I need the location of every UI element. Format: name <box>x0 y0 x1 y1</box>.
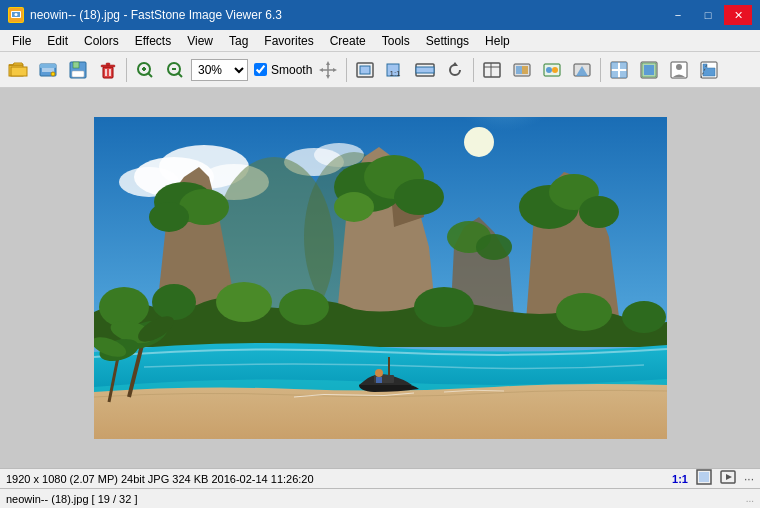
svg-point-84 <box>152 284 196 320</box>
tool2-button[interactable] <box>508 56 536 84</box>
svg-rect-16 <box>106 63 110 65</box>
tool8-button[interactable] <box>695 56 723 84</box>
open-disk-button[interactable] <box>34 56 62 84</box>
tool5-button[interactable] <box>605 56 633 84</box>
svg-rect-50 <box>620 62 627 69</box>
svg-rect-14 <box>103 67 113 78</box>
fit-width-button[interactable] <box>411 56 439 84</box>
svg-marker-36 <box>452 62 458 66</box>
maximize-button[interactable]: □ <box>694 5 722 25</box>
svg-point-44 <box>546 67 552 73</box>
image-svg <box>94 117 667 439</box>
delete-button[interactable] <box>94 56 122 84</box>
tool7-button[interactable] <box>665 56 693 84</box>
svg-rect-55 <box>644 65 654 75</box>
fit-toggle-icon[interactable] <box>696 469 712 488</box>
svg-point-82 <box>476 234 512 260</box>
menu-item-tools[interactable]: Tools <box>374 30 418 51</box>
status-bar: 1920 x 1080 (2.07 MP) 24bit JPG 324 KB 2… <box>0 468 760 488</box>
menu-item-edit[interactable]: Edit <box>39 30 76 51</box>
tool6-button[interactable] <box>635 56 663 84</box>
actual-size-button[interactable]: 1:1 <box>381 56 409 84</box>
svg-point-88 <box>556 293 612 331</box>
svg-point-10 <box>51 72 55 76</box>
menu-item-help[interactable]: Help <box>477 30 518 51</box>
svg-rect-15 <box>101 65 115 67</box>
svg-rect-49 <box>611 62 618 69</box>
svg-line-25 <box>179 73 183 77</box>
status-right: 1:1 ··· <box>672 469 754 488</box>
window-title: neowin-- (18).jpg - FastStone Image View… <box>30 8 664 22</box>
tool3-button[interactable] <box>538 56 566 84</box>
svg-rect-42 <box>522 66 528 74</box>
svg-marker-26 <box>326 61 330 65</box>
svg-rect-13 <box>72 71 84 77</box>
svg-marker-29 <box>333 68 337 72</box>
slideshow-icon[interactable] <box>720 469 736 488</box>
image-display <box>94 117 667 439</box>
svg-rect-35 <box>416 67 434 73</box>
menu-item-favorites[interactable]: Favorites <box>256 30 321 51</box>
app-icon <box>8 7 24 23</box>
svg-point-73 <box>149 202 189 232</box>
svg-rect-51 <box>611 71 618 78</box>
svg-marker-104 <box>726 474 732 480</box>
tool1-button[interactable] <box>478 56 506 84</box>
svg-marker-28 <box>319 68 323 72</box>
save-button[interactable] <box>64 56 92 84</box>
zoom-select[interactable]: 10% 20% 30% 40% 50% 75% 100% 150% 200% <box>191 59 248 81</box>
menu-item-file[interactable]: File <box>4 30 39 51</box>
zoom-in-button[interactable] <box>131 56 159 84</box>
sep2 <box>346 58 347 82</box>
svg-point-45 <box>552 67 558 73</box>
menu-item-create[interactable]: Create <box>322 30 374 51</box>
tool4-button[interactable] <box>568 56 596 84</box>
window-controls: − □ ✕ <box>664 5 752 25</box>
svg-point-77 <box>334 192 374 222</box>
svg-rect-8 <box>42 68 54 72</box>
minimize-button[interactable]: − <box>664 5 692 25</box>
smooth-label[interactable]: Smooth <box>271 63 312 77</box>
svg-marker-27 <box>326 75 330 79</box>
svg-point-86 <box>279 289 329 325</box>
footer-filename: neowin-- (18).jpg [ 19 / 32 ] <box>6 493 746 505</box>
menu-item-tag[interactable]: Tag <box>221 30 256 51</box>
svg-point-85 <box>216 282 272 322</box>
smooth-checkbox[interactable] <box>254 63 267 76</box>
fit-window-button[interactable] <box>351 56 379 84</box>
menu-item-effects[interactable]: Effects <box>127 30 179 51</box>
svg-rect-100 <box>376 377 382 383</box>
menu-item-view[interactable]: View <box>179 30 221 51</box>
sep1 <box>126 58 127 82</box>
close-button[interactable]: ✕ <box>724 5 752 25</box>
svg-point-80 <box>579 196 619 228</box>
title-bar: neowin-- (18).jpg - FastStone Image View… <box>0 0 760 30</box>
main-area <box>0 88 760 468</box>
svg-line-22 <box>149 73 153 77</box>
svg-text:1:1: 1:1 <box>390 69 402 78</box>
zoom-out-button[interactable] <box>161 56 189 84</box>
footer-dots: ... <box>746 493 754 504</box>
svg-point-99 <box>375 369 383 377</box>
svg-rect-6 <box>11 67 27 76</box>
sep3 <box>473 58 474 82</box>
svg-rect-102 <box>699 472 709 482</box>
svg-point-3 <box>15 13 18 16</box>
svg-rect-52 <box>620 71 627 78</box>
svg-marker-5 <box>9 63 23 65</box>
toolbar: 10% 20% 30% 40% 50% 75% 100% 150% 200% S… <box>0 52 760 88</box>
ratio-button[interactable]: 1:1 <box>672 473 688 485</box>
sep4 <box>600 58 601 82</box>
svg-rect-31 <box>360 66 370 74</box>
svg-point-76 <box>394 179 444 215</box>
svg-point-89 <box>622 301 666 333</box>
svg-rect-9 <box>40 64 56 68</box>
footer-bar: neowin-- (18).jpg [ 19 / 32 ] ... <box>0 488 760 508</box>
menu-item-settings[interactable]: Settings <box>418 30 477 51</box>
open-button[interactable] <box>4 56 32 84</box>
pan-button[interactable] <box>314 56 342 84</box>
smooth-toggle[interactable]: Smooth <box>254 63 312 77</box>
svg-rect-37 <box>484 63 500 77</box>
rotate-left-button[interactable] <box>441 56 469 84</box>
menu-item-colors[interactable]: Colors <box>76 30 127 51</box>
